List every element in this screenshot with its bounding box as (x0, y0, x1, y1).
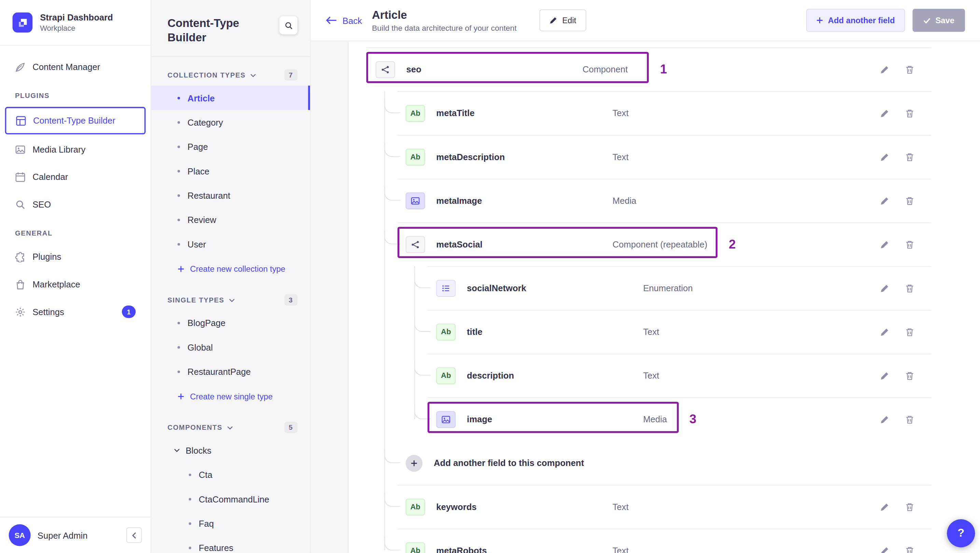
collection-type-article[interactable]: Article (151, 86, 310, 110)
type-label: Article (188, 93, 215, 103)
field-name: seo (406, 65, 582, 75)
sidebar-item-marketplace[interactable]: Marketplace (0, 271, 151, 298)
fields-card: seo Component 1 Ab metaTitle Text (348, 41, 980, 553)
sidebar-item-calendar[interactable]: Calendar (0, 163, 151, 191)
collection-type-user[interactable]: User (151, 232, 310, 256)
edit-field-button[interactable] (879, 151, 890, 162)
collection-type-category[interactable]: Category (151, 110, 310, 134)
delete-field-button[interactable] (904, 501, 915, 512)
component-faq[interactable]: Faq (151, 511, 310, 535)
component-cta[interactable]: Cta (151, 462, 310, 487)
collection-type-restaurant[interactable]: Restaurant (151, 183, 310, 207)
collection-type-review[interactable]: Review (151, 208, 310, 232)
delete-field-button[interactable] (904, 108, 915, 119)
save-button[interactable]: Save (912, 9, 965, 32)
add-field-to-component-row[interactable]: Add another field to this component (348, 441, 980, 485)
collection-type-place[interactable]: Place (151, 159, 310, 183)
field-name: title (467, 327, 643, 337)
sidebar-item-label: SEO (32, 199, 51, 209)
edit-field-button[interactable] (879, 108, 890, 119)
layout-grid-icon (16, 115, 26, 126)
single-type-restaurantpage[interactable]: RestaurantPage (151, 359, 310, 384)
sidebar-item-settings[interactable]: Settings 1 (0, 298, 151, 326)
calendar-icon (15, 172, 25, 182)
create-single-type-link[interactable]: Create new single type (151, 384, 310, 409)
edit-field-button[interactable] (879, 282, 890, 294)
type-label: User (188, 239, 206, 249)
delete-field-button[interactable] (904, 151, 915, 162)
single-type-global[interactable]: Global (151, 335, 310, 359)
edit-field-button[interactable] (879, 414, 890, 425)
delete-field-button[interactable] (904, 370, 915, 381)
collection-types-label: COLLECTION TYPES (168, 72, 246, 79)
component-features[interactable]: Features (151, 536, 310, 553)
type-label: Review (188, 215, 216, 225)
delete-field-button[interactable] (904, 326, 915, 337)
field-name: metaRobots (436, 545, 612, 553)
single-types-header[interactable]: SINGLE TYPES 3 (168, 294, 298, 305)
field-type: Text (612, 502, 628, 512)
create-link-label: Create new collection type (190, 264, 285, 273)
type-label: Place (188, 166, 209, 176)
collection-types-header[interactable]: COLLECTION TYPES 7 (168, 69, 298, 81)
edit-field-button[interactable] (879, 195, 890, 206)
sidebar-item-seo[interactable]: SEO (0, 191, 151, 218)
search-content-types-button[interactable] (279, 16, 298, 35)
back-label: Back (342, 15, 362, 25)
row-separator (398, 529, 931, 529)
back-button[interactable]: Back (326, 15, 362, 25)
type-label: Page (188, 141, 208, 152)
type-label: Restaurant (188, 190, 230, 200)
delete-field-button[interactable] (904, 238, 915, 250)
sidebar-item-content-type-builder[interactable]: Content-Type Builder (5, 107, 146, 135)
collection-type-page[interactable]: Page (151, 135, 310, 159)
edit-field-button[interactable] (879, 370, 890, 381)
sidebar-item-media-library[interactable]: Media Library (0, 135, 151, 163)
sidebar-item-plugins[interactable]: Plugins (0, 243, 151, 271)
screen: Strapi Dashboard Workplace Content Manag… (0, 0, 980, 553)
page-title: Article (372, 8, 517, 22)
text-field-icon: Ab (406, 542, 425, 553)
text-field-icon: Ab (436, 367, 456, 384)
add-another-field-button[interactable]: Add another field (806, 9, 905, 32)
edit-button[interactable]: Edit (539, 9, 586, 31)
edit-field-button[interactable] (879, 64, 890, 75)
row-separator (398, 91, 931, 92)
sidebar-item-content-manager[interactable]: Content Manager (0, 53, 151, 81)
page-subtitle: Build the data architecture of your cont… (372, 24, 517, 32)
bullet-icon (178, 321, 180, 324)
puzzle-icon (15, 251, 25, 262)
plus-icon (816, 17, 823, 24)
field-type: Media (612, 195, 636, 205)
component-group-blocks[interactable]: Blocks (151, 438, 310, 462)
field-rows: seo Component 1 Ab metaTitle Text (348, 41, 980, 553)
type-label: BlogPage (188, 318, 225, 328)
edit-field-button[interactable] (879, 238, 890, 250)
chevron-down-icon (229, 298, 235, 302)
delete-field-button[interactable] (904, 64, 915, 75)
delete-field-button[interactable] (904, 282, 915, 294)
picture-icon (15, 144, 25, 155)
single-type-blogpage[interactable]: BlogPage (151, 311, 310, 335)
edit-field-button[interactable] (879, 326, 890, 337)
type-label: Cta (199, 470, 212, 480)
components-header[interactable]: COMPONENTS 5 (168, 422, 298, 433)
edit-field-button[interactable] (879, 501, 890, 512)
field-name: metaImage (436, 195, 612, 205)
main-content: Back Article Build the data architecture… (311, 0, 980, 553)
field-type: Enumeration (643, 283, 692, 293)
edit-field-button[interactable] (879, 545, 890, 553)
delete-field-button[interactable] (904, 545, 915, 553)
sidebar-item-label: Settings (32, 307, 64, 317)
collapse-sidebar-button[interactable] (126, 528, 142, 543)
create-collection-type-link[interactable]: Create new collection type (151, 256, 310, 282)
avatar[interactable]: SA (9, 524, 31, 546)
delete-field-button[interactable] (904, 195, 915, 206)
type-label: Global (188, 342, 213, 352)
row-separator (428, 354, 931, 354)
pen-icon (15, 62, 25, 72)
plus-icon (178, 393, 185, 400)
delete-field-button[interactable] (904, 414, 915, 425)
component-ctacommandline[interactable]: CtaCommandLine (151, 487, 310, 511)
help-button[interactable]: ? (947, 519, 975, 547)
